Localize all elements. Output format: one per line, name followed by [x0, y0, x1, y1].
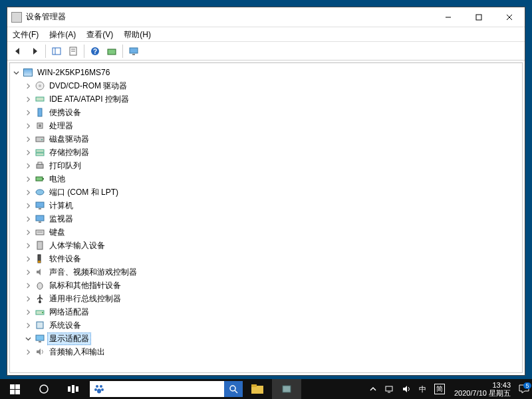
- taskbar-search[interactable]: [90, 381, 243, 397]
- tree-node[interactable]: DVD/CD-ROM 驱动器: [10, 79, 522, 92]
- tree-node[interactable]: 系统设备: [10, 319, 522, 332]
- forward-button[interactable]: [27, 43, 43, 59]
- chevron-right-icon[interactable]: [23, 203, 33, 209]
- start-button[interactable]: [0, 379, 29, 399]
- minimize-button[interactable]: [433, 7, 464, 27]
- tree-node[interactable]: 端口 (COM 和 LPT): [10, 186, 522, 199]
- svg-point-55: [94, 388, 97, 391]
- tree-node[interactable]: 显示适配器: [10, 332, 522, 345]
- chevron-down-icon[interactable]: [11, 70, 21, 76]
- chevron-right-icon[interactable]: [23, 136, 33, 142]
- tree-node[interactable]: IDE ATA/ATAPI 控制器: [10, 92, 522, 106]
- tree-node[interactable]: 打印队列: [10, 159, 522, 172]
- chevron-right-icon[interactable]: [23, 269, 33, 275]
- tree-node[interactable]: 监视器: [10, 212, 522, 225]
- monitor-button[interactable]: [126, 43, 142, 59]
- ime-mode-indicator[interactable]: 简: [430, 379, 449, 399]
- chevron-right-icon[interactable]: [23, 256, 33, 262]
- tree-node-label: 电池: [47, 173, 67, 186]
- show-hide-tree-button[interactable]: [49, 43, 65, 59]
- tree-node-label: 音频输入和输出: [47, 346, 107, 358]
- notification-badge: 5: [523, 382, 531, 389]
- action-center-button[interactable]: 5: [516, 379, 532, 399]
- svg-rect-44: [39, 341, 41, 342]
- tree-node[interactable]: 软件设备: [10, 252, 522, 265]
- svg-rect-35: [37, 241, 43, 249]
- chevron-right-icon[interactable]: [23, 190, 33, 196]
- chevron-down-icon[interactable]: [23, 336, 33, 342]
- network-icon[interactable]: [380, 379, 398, 399]
- taskbar-clock[interactable]: 13:43 2020/7/10 星期五: [449, 381, 516, 397]
- tree-root-node[interactable]: WIN-2K5KP16MS76: [10, 66, 522, 79]
- menu-help[interactable]: 帮助(H): [118, 27, 156, 41]
- chevron-right-icon[interactable]: [23, 229, 33, 235]
- menu-action[interactable]: 操作(A): [44, 27, 81, 41]
- chevron-right-icon[interactable]: [23, 296, 33, 302]
- svg-rect-20: [36, 137, 44, 142]
- tree-node[interactable]: 存储控制器: [10, 146, 522, 159]
- tree-node[interactable]: 人体学输入设备: [10, 239, 522, 252]
- chevron-right-icon[interactable]: [23, 150, 33, 156]
- scan-hardware-button[interactable]: [104, 43, 120, 59]
- task-view-button[interactable]: [59, 379, 88, 399]
- tree-node[interactable]: 通用串行总线控制器: [10, 292, 522, 305]
- svg-rect-13: [132, 54, 135, 55]
- app-icon: [11, 12, 22, 23]
- chevron-right-icon[interactable]: [23, 176, 33, 182]
- chevron-right-icon[interactable]: [23, 349, 33, 355]
- tray-overflow-icon[interactable]: [366, 379, 380, 399]
- chevron-right-icon[interactable]: [23, 123, 33, 129]
- tree-node[interactable]: 便携设备: [10, 106, 522, 119]
- ime-indicator[interactable]: 中: [415, 379, 430, 399]
- menu-view[interactable]: 查看(V): [81, 27, 118, 41]
- help-button[interactable]: ?: [87, 43, 103, 59]
- chevron-right-icon[interactable]: [23, 283, 33, 289]
- chevron-right-icon[interactable]: [23, 163, 33, 169]
- tree-node[interactable]: 音频输入和输出: [10, 345, 522, 358]
- tree-node[interactable]: 计算机: [10, 199, 522, 212]
- tree-node-label: DVD/CD-ROM 驱动器: [47, 80, 129, 92]
- tree-node[interactable]: 电池: [10, 172, 522, 186]
- chevron-right-icon[interactable]: [23, 110, 33, 116]
- svg-rect-50: [68, 386, 70, 392]
- svg-rect-16: [36, 97, 44, 101]
- tree-node-label: 软件设备: [47, 253, 83, 265]
- cpu-icon: [35, 120, 45, 131]
- tree-node[interactable]: 键盘: [10, 225, 522, 239]
- svg-rect-37: [38, 261, 41, 263]
- svg-line-59: [235, 390, 237, 393]
- battery-icon: [35, 174, 45, 184]
- chevron-right-icon[interactable]: [23, 243, 33, 249]
- tree-node[interactable]: 处理器: [10, 119, 522, 132]
- cortana-button[interactable]: [29, 379, 59, 399]
- svg-rect-1: [476, 15, 481, 20]
- svg-point-54: [100, 385, 102, 388]
- chevron-right-icon[interactable]: [23, 216, 33, 222]
- tree-node[interactable]: 网络适配器: [10, 305, 522, 319]
- svg-rect-47: [10, 390, 15, 394]
- menubar: 文件(F) 操作(A) 查看(V) 帮助(H): [7, 27, 525, 42]
- chevron-right-icon[interactable]: [23, 323, 33, 329]
- close-button[interactable]: [494, 7, 525, 27]
- svg-rect-17: [38, 108, 42, 116]
- search-input[interactable]: [106, 381, 224, 397]
- chevron-right-icon[interactable]: [23, 83, 33, 89]
- chevron-right-icon[interactable]: [23, 309, 33, 315]
- chevron-right-icon[interactable]: [23, 96, 33, 102]
- svg-rect-30: [39, 208, 41, 209]
- volume-icon[interactable]: [398, 379, 415, 399]
- search-icon[interactable]: [224, 381, 243, 397]
- tree-node[interactable]: 声音、视频和游戏控制器: [10, 265, 522, 279]
- tree-node-label: 人体学输入设备: [47, 239, 107, 252]
- back-button[interactable]: [10, 43, 26, 59]
- device-manager-taskbar-icon[interactable]: [272, 379, 301, 399]
- tree-node[interactable]: 鼠标和其他指针设备: [10, 279, 522, 292]
- maximize-button[interactable]: [464, 7, 494, 27]
- properties-button[interactable]: [65, 43, 81, 59]
- file-explorer-taskbar-icon[interactable]: [243, 379, 272, 399]
- svg-rect-43: [36, 335, 44, 340]
- device-tree[interactable]: WIN-2K5KP16MS76 DVD/CD-ROM 驱动器IDE ATA/AT…: [9, 62, 523, 374]
- baidu-icon: [92, 382, 106, 396]
- tree-node[interactable]: 磁盘驱动器: [10, 132, 522, 146]
- menu-file[interactable]: 文件(F): [7, 27, 44, 41]
